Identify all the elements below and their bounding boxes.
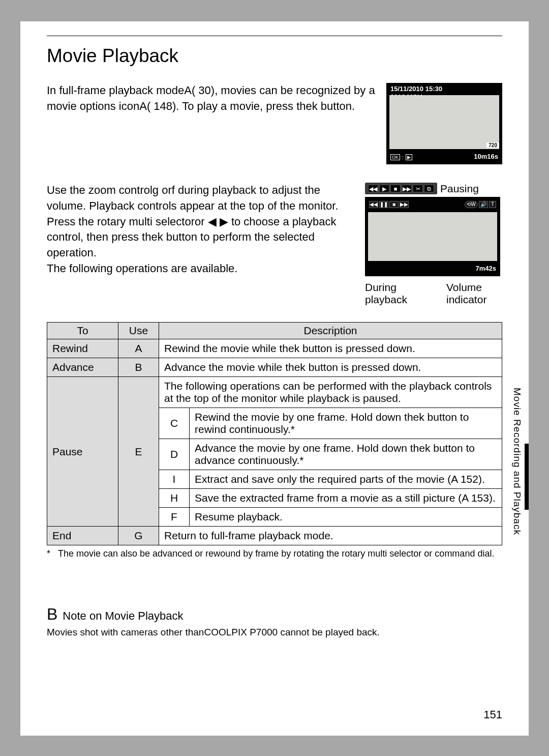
row-end-desc: Return to full-frame playback mode.: [159, 527, 502, 545]
row-pause-h-use: H: [159, 489, 190, 508]
fwd-icon: ▶▶: [402, 185, 412, 192]
th-use: Use: [118, 323, 159, 339]
screen2-time: 7m42s: [476, 265, 496, 272]
row-pause-use: E: [118, 377, 159, 527]
row-pause-d-use: D: [159, 439, 190, 470]
row-rewind-desc: Rewind the movie while thek button is pr…: [159, 339, 502, 358]
th-to: To: [47, 323, 118, 339]
footnote: * The movie can also be advanced or rewo…: [47, 548, 502, 559]
screen1-ok-play: OK : ▶: [390, 154, 412, 160]
row-pause-h-desc: Save the extracted frame from a movie as…: [190, 489, 502, 508]
rewind-icon: ◀◀: [368, 185, 378, 192]
row-rewind-use: A: [118, 339, 159, 358]
rewind2-icon: ◀◀: [369, 201, 378, 208]
playback-controls-strip: ◀◀ ▶ ■ ▶▶ ✂ ⧉: [365, 183, 437, 194]
note-heading: BNote on Movie Playback: [47, 605, 502, 624]
cut-icon: ✂: [413, 185, 423, 192]
speaker-icon: 🔊: [479, 201, 488, 208]
page-number: 151: [483, 708, 502, 721]
note-heading-text: Note on Movie Playback: [63, 609, 183, 622]
row-end-to: End: [47, 527, 118, 545]
preview-screen-2: ◀◀ ❚❚ ■ ▶▶ ⟲W 🔊 T 7m42s: [365, 197, 500, 276]
row-pause-c-desc: Rewind the movie by one frame. Hold down…: [190, 408, 502, 439]
screen1-time: 10m16s: [474, 153, 498, 160]
operations-table: To Use Description Rewind A Rewind the m…: [47, 322, 502, 545]
screen1-badge-720: 720: [486, 142, 499, 148]
intro-paragraph: In full-frame playback modeA( 30), movie…: [47, 83, 378, 164]
note-icon: B: [47, 605, 57, 623]
play-icon: ▶: [406, 154, 412, 160]
row-pause-f-desc: Resume playback.: [190, 508, 502, 527]
side-tab: Movie Recording and Playback: [511, 388, 523, 535]
play-icon: ▶: [379, 185, 389, 192]
caption-volume-indicator: Volume indicator: [446, 281, 502, 306]
row-pause-i-desc: Extract and save only the required parts…: [190, 470, 502, 489]
preview-screen-1: 15/11/2010 15:30 0010.MOV 720 OK : ▶ 10m…: [386, 83, 502, 164]
row-advance-desc: Advance the movie while thek button is p…: [159, 358, 502, 377]
th-desc: Description: [159, 323, 502, 339]
screen1-date: 15/11/2010 15:30: [390, 85, 442, 93]
page-title: Movie Playback: [47, 36, 502, 83]
row-pause-c-use: C: [159, 408, 190, 439]
row-advance-use: B: [118, 358, 159, 377]
row-pause-f-use: F: [159, 508, 190, 527]
side-tab-marker: [525, 444, 529, 510]
row-advance-to: Advance: [47, 358, 118, 377]
row-rewind-to: Rewind: [47, 339, 118, 358]
note-body: Movies shot with cameras other thanCOOLP…: [47, 627, 502, 638]
vol-t-icon: T: [489, 201, 496, 208]
row-pause-to: Pause: [47, 377, 118, 527]
stop-icon: ■: [390, 185, 401, 192]
pause2-icon: ❚❚: [379, 201, 388, 208]
row-pause-lead: The following operations can be performe…: [159, 377, 502, 408]
row-pause-i-use: I: [159, 470, 190, 489]
ok-icon: OK: [390, 154, 400, 160]
caption-during-playback: During playback: [365, 281, 421, 306]
save-icon: ⧉: [424, 185, 434, 192]
row-pause-d-desc: Advance the movie by one frame. Hold dow…: [190, 439, 502, 470]
vol-w-icon: ⟲W: [465, 201, 478, 208]
pausing-label: Pausing: [440, 183, 479, 195]
row-end-use: G: [118, 527, 159, 545]
footnote-text: The movie can also be advanced or rewoun…: [58, 548, 494, 559]
fwd2-icon: ▶▶: [400, 201, 409, 208]
second-paragraph: Use the zoom controlg orf during playbac…: [47, 183, 357, 306]
stop2-icon: ■: [389, 201, 399, 208]
